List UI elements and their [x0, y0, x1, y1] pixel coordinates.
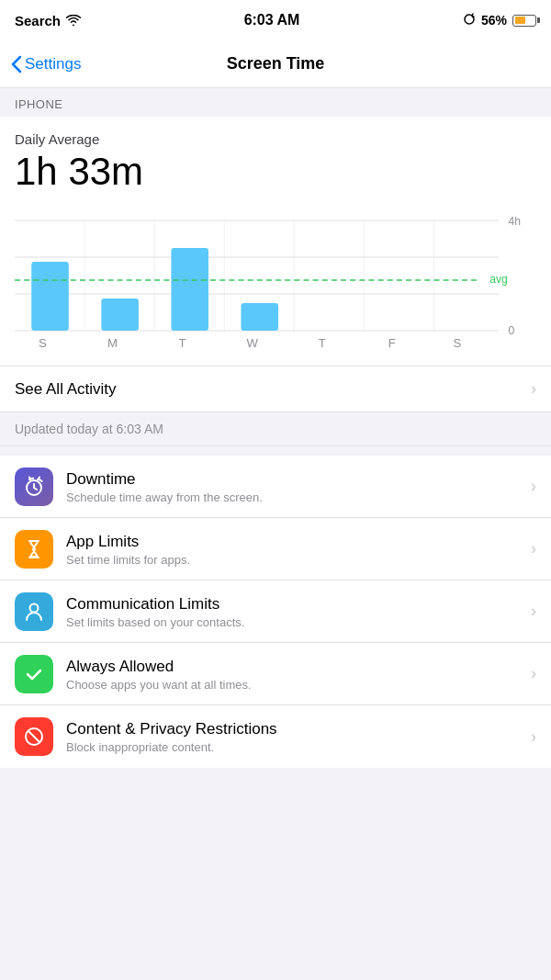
settings-item-communication-limits[interactable]: Communication LimitsSet limits based on … [0, 580, 551, 643]
svg-rect-13 [171, 248, 208, 331]
settings-item-always-allowed[interactable]: Always AllowedChoose apps you want at al… [0, 643, 551, 705]
daily-average-section: Daily Average 1h 33m [0, 117, 551, 202]
chevron-right-icon: › [531, 602, 536, 621]
chevron-right-icon: › [531, 379, 536, 399]
svg-text:T: T [179, 336, 186, 350]
settings-item-downtime[interactable]: DowntimeSchedule time away from the scre… [0, 456, 551, 518]
see-all-activity-row[interactable]: See All Activity › [0, 366, 551, 411]
app-limits-text: App LimitsSet time limits for apps. [66, 532, 523, 567]
battery-fill [515, 17, 526, 24]
svg-rect-12 [101, 299, 139, 331]
chevron-right-icon: › [531, 727, 536, 747]
always-allowed-subtitle: Choose apps you want at all times. [66, 678, 523, 692]
status-left: Search [15, 13, 81, 28]
svg-text:0: 0 [509, 324, 515, 337]
settings-list: DowntimeSchedule time away from the scre… [0, 456, 551, 768]
svg-point-27 [29, 479, 31, 480]
always-allowed-text: Always AllowedChoose apps you want at al… [66, 657, 523, 692]
svg-rect-14 [241, 303, 278, 331]
status-right: 56% [463, 13, 536, 28]
battery-percent: 56% [481, 13, 507, 28]
back-label: Settings [25, 55, 81, 73]
settings-item-app-limits[interactable]: App LimitsSet time limits for apps.› [0, 518, 551, 580]
svg-text:S: S [39, 336, 47, 350]
downtime-icon [15, 467, 53, 506]
updated-banner: Updated today at 6:03 AM [0, 411, 551, 446]
content-privacy-subtitle: Block inappropriate content. [66, 740, 523, 754]
always-allowed-title: Always Allowed [66, 657, 523, 677]
status-bar: Search 6:03 AM 56% [0, 0, 551, 40]
daily-average-label: Daily Average [15, 131, 536, 147]
nav-bar: Settings Screen Time [0, 40, 551, 88]
downtime-subtitle: Schedule time away from the screen. [66, 490, 523, 504]
content-privacy-icon [15, 717, 53, 756]
daily-average-card: Daily Average 1h 33m [0, 117, 551, 411]
chart-svg: 4h 0 avg S M T W T F S [15, 211, 536, 358]
svg-point-29 [30, 603, 39, 612]
app-limits-title: App Limits [66, 532, 523, 552]
back-button[interactable]: Settings [11, 55, 81, 73]
communication-limits-title: Communication Limits [66, 594, 523, 614]
svg-text:avg: avg [489, 273, 508, 286]
svg-text:T: T [319, 336, 326, 350]
svg-text:M: M [107, 336, 118, 350]
content-privacy-title: Content & Privacy Restrictions [66, 719, 523, 739]
chart-area: 4h 0 avg S M T W T F S [15, 211, 536, 358]
svg-text:4h: 4h [509, 215, 522, 228]
nav-title: Screen Time [227, 54, 325, 73]
rotation-lock-icon [463, 13, 476, 28]
svg-rect-11 [31, 262, 69, 331]
downtime-text: DowntimeSchedule time away from the scre… [66, 469, 523, 504]
chevron-left-icon [11, 55, 22, 73]
always-allowed-icon [15, 655, 53, 693]
content-privacy-text: Content & Privacy RestrictionsBlock inap… [66, 719, 523, 754]
settings-item-content-privacy[interactable]: Content & Privacy RestrictionsBlock inap… [0, 705, 551, 768]
battery-icon [512, 15, 536, 27]
downtime-title: Downtime [66, 469, 523, 490]
daily-average-value: 1h 33m [15, 151, 536, 193]
see-all-label: See All Activity [15, 380, 117, 399]
carrier-label: Search [15, 13, 61, 28]
section-label-iphone: IPHONE [0, 88, 551, 117]
app-limits-icon [15, 530, 53, 569]
chevron-right-icon: › [531, 477, 536, 496]
chevron-right-icon: › [531, 539, 536, 558]
chevron-right-icon: › [531, 664, 536, 683]
app-limits-subtitle: Set time limits for apps. [66, 553, 523, 567]
svg-line-31 [28, 731, 39, 742]
communication-limits-icon [15, 592, 53, 631]
communication-limits-subtitle: Set limits based on your contacts. [66, 615, 523, 629]
chart-container: 4h 0 avg S M T W T F S [0, 202, 551, 366]
svg-text:W: W [246, 336, 258, 350]
communication-limits-text: Communication LimitsSet limits based on … [66, 594, 523, 629]
wifi-icon [66, 13, 81, 28]
svg-text:F: F [388, 336, 396, 350]
status-time: 6:03 AM [244, 12, 300, 28]
svg-text:S: S [453, 336, 461, 350]
